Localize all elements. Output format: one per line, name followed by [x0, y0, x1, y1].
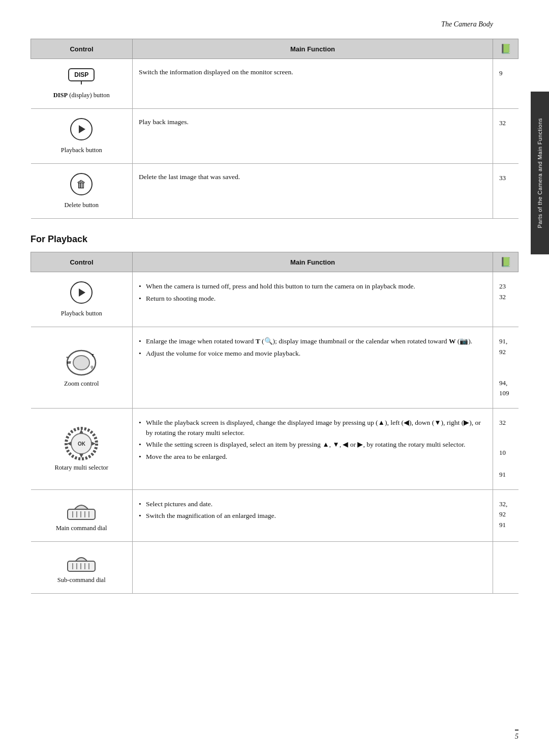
main-command-dial-icon: [64, 499, 99, 521]
side-tab-label: Parts of the Camera and Main Functions: [537, 118, 543, 228]
rotary-function-list: While the playback screen is displayed, …: [139, 418, 486, 461]
play-triangle2-icon: [79, 288, 85, 297]
main-dial-icon-container: Main command dial: [37, 499, 127, 532]
zoom-ref-0: 91, 92: [499, 336, 512, 358]
page-number-container: 5: [515, 730, 518, 741]
second-table-col1-header: Control: [31, 252, 133, 272]
svg-point-1: [73, 356, 89, 370]
function-cell-playback2: When the camera is turned off, press and…: [133, 272, 493, 327]
table-row: 🗑 Delete button Delete the last image th…: [31, 164, 518, 219]
ref-cell-rotary: 32 10 91: [493, 409, 518, 489]
playback2-label: Playback button: [61, 310, 102, 317]
function-cell-disp: Switch the information displayed on the …: [133, 59, 493, 109]
zoom-function-list: Enlarge the image when rotated toward T …: [139, 336, 486, 358]
table-row: DISP DISP (display) button Switch the in…: [31, 59, 518, 109]
rotary-ref-0: 32: [499, 418, 512, 428]
list-item: While the setting screen is displayed, s…: [139, 440, 486, 450]
playback-function-text: Play back images.: [139, 118, 189, 126]
first-table-col3-header: 📗: [493, 39, 518, 59]
ref-cell-zoom: 91, 92 94, 109: [493, 327, 518, 409]
list-item: Move the area to be enlarged.: [139, 452, 486, 462]
list-item: Enlarge the image when rotated toward T …: [139, 336, 486, 346]
main-dial-label: Main command dial: [56, 525, 107, 532]
second-table: Control Main Function 📗 Playback button: [30, 252, 518, 594]
ref-cell-playback2: 23 32: [493, 272, 518, 327]
sub-command-dial-icon: [64, 551, 99, 573]
sub-dial-label: Sub-command dial: [57, 576, 106, 584]
first-table: Control Main Function 📗 DISP DISP (displ…: [30, 39, 518, 219]
play-triangle-icon: [79, 125, 85, 133]
list-item: Select pictures and date.: [139, 499, 486, 509]
disp-button-icon: DISP: [68, 68, 95, 81]
ref-cell-disp: 9: [493, 59, 518, 109]
playback2-icon-container: Playback button: [37, 281, 127, 317]
disp-ref: 9: [499, 69, 503, 77]
function-cell-rotary: While the playback screen is displayed, …: [133, 409, 493, 489]
table-row: Main command dial Select pictures and da…: [31, 489, 518, 541]
table-row: OK Rotary multi selector: [31, 409, 518, 489]
list-item: While the playback screen is displayed, …: [139, 418, 486, 438]
playback2-ref-1: 32: [499, 292, 512, 303]
function-cell-zoom: Enlarge the image when rotated toward T …: [133, 327, 493, 409]
second-table-col3-header: 📗: [493, 252, 518, 272]
ref-cell-main-dial: 32, 92 91: [493, 489, 518, 541]
delete-ref: 33: [499, 174, 506, 182]
page-title: The Camera Body: [441, 20, 493, 28]
ref-cell-sub-dial: [493, 541, 518, 593]
zoom-control-icon: W T ≡ ⚲: [65, 347, 98, 377]
svg-text:⚲: ⚲: [90, 365, 94, 370]
list-item: Return to shooting mode.: [139, 294, 486, 304]
delete-label: Delete button: [64, 201, 99, 209]
second-table-col2-header: Main Function: [133, 252, 493, 272]
control-cell-disp: DISP DISP (display) button: [31, 59, 133, 109]
control-cell-delete: 🗑 Delete button: [31, 164, 133, 219]
playback2-function-list: When the camera is turned off, press and…: [139, 281, 486, 303]
main-dial-ref-0: 32, 92: [499, 499, 512, 520]
svg-text:T: T: [92, 353, 94, 358]
disp-icon-container: DISP DISP (display) button: [37, 68, 127, 99]
control-cell-playback: Playback button: [31, 109, 133, 164]
playback-ref: 32: [499, 119, 506, 127]
playback2-button-icon: [70, 281, 93, 304]
rotary-ref-1: 10: [499, 448, 512, 458]
svg-text:W: W: [67, 360, 71, 365]
delete-icon-container: 🗑 Delete button: [37, 173, 127, 209]
disp-function-text: Switch the information displayed on the …: [139, 68, 293, 76]
svg-marker-9: [79, 429, 83, 433]
ref-cell-playback: 32: [493, 109, 518, 164]
playback-label: Playback button: [61, 147, 102, 154]
svg-marker-10: [79, 454, 83, 458]
playback-icon-container: Playback button: [37, 118, 127, 154]
list-item: Switch the magnification of an enlarged …: [139, 511, 486, 521]
rotary-icon-container: OK Rotary multi selector: [37, 426, 127, 472]
list-item: Adjust the volume for voice memo and mov…: [139, 348, 486, 359]
function-cell-playback: Play back images.: [133, 109, 493, 164]
table-row: Playback button Play back images. 32: [31, 109, 518, 164]
trash-icon: 🗑: [76, 179, 86, 190]
svg-marker-11: [67, 442, 71, 446]
zoom-icon-container: W T ≡ ⚲ Zoom control: [37, 347, 127, 388]
playback-button-icon: [70, 118, 93, 140]
table-row: W T ≡ ⚲ Zoom control Enlarge the image w…: [31, 327, 518, 409]
svg-text:OK: OK: [78, 441, 86, 447]
table-row: Playback button When the camera is turne…: [31, 272, 518, 327]
main-dial-ref-1: 91: [499, 520, 512, 531]
book-icon-2: 📗: [500, 257, 511, 267]
control-cell-zoom: W T ≡ ⚲ Zoom control: [31, 327, 133, 409]
svg-text:≡: ≡: [66, 356, 68, 359]
sub-dial-icon-container: Sub-command dial: [37, 551, 127, 584]
disp-label: DISP (display) button: [53, 92, 110, 99]
delete-button-icon: 🗑: [70, 173, 93, 195]
page-header: The Camera Body: [30, 20, 518, 28]
function-cell-main-dial: Select pictures and date. Switch the mag…: [133, 489, 493, 541]
zoom-label: Zoom control: [64, 380, 99, 388]
svg-marker-12: [92, 442, 96, 446]
first-table-col1-header: Control: [31, 39, 133, 59]
list-item: When the camera is turned off, press and…: [139, 281, 486, 292]
for-playback-heading: For Playback: [30, 234, 518, 245]
rotary-multi-selector-icon: OK: [64, 426, 99, 461]
playback2-ref-0: 23: [499, 281, 512, 292]
disp-label-bold: DISP: [53, 92, 68, 99]
page-number: 5: [515, 730, 518, 741]
control-cell-rotary: OK Rotary multi selector: [31, 409, 133, 489]
